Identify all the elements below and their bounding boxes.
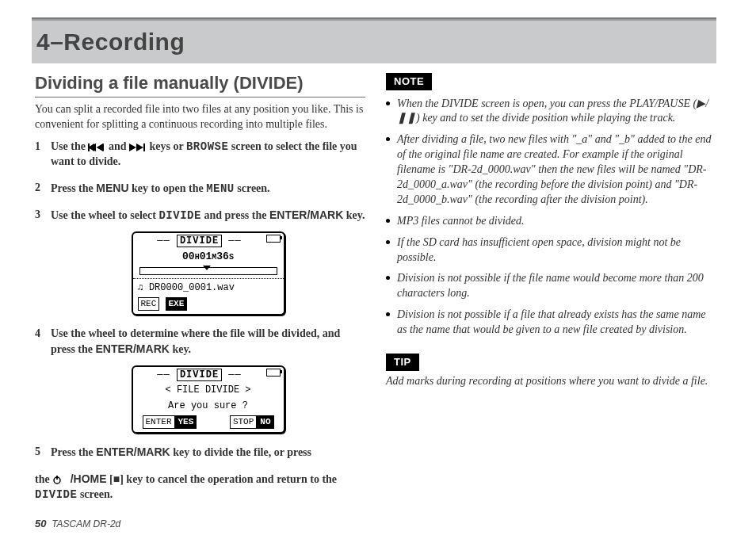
step-text: Press the — [51, 446, 96, 458]
section-title: Dividing a file manually (DIVIDE) — [35, 71, 365, 97]
note-item: MP3 files cannot be divided. — [386, 214, 716, 229]
step-text: Use the — [51, 140, 88, 152]
enter-yes: ENTERYES — [143, 415, 197, 429]
battery-icon — [266, 369, 281, 377]
skip-back-icon — [88, 143, 105, 151]
step-text: Press the — [51, 182, 96, 194]
lcd-line1: < FILE DIVIDE > — [133, 382, 284, 398]
manual-page: 4–Recording Dividing a file manually (DI… — [0, 0, 756, 539]
tip-label: TIP — [386, 354, 419, 371]
divide-label: DIVIDE — [158, 209, 200, 222]
step-text: keys or — [150, 140, 186, 152]
lcd-line2: Are you sure ? — [133, 398, 284, 414]
divide-screen-label: DIVIDE — [35, 488, 77, 501]
svg-rect-7 — [143, 143, 145, 151]
note-label: NOTE — [386, 73, 432, 90]
battery-icon — [266, 235, 281, 243]
note-block: NOTE When the DIVIDE screen is open, you… — [386, 71, 716, 352]
note-item: Division is not possible if a file that … — [386, 308, 716, 338]
note-list: When the DIVIDE screen is open, you can … — [386, 97, 716, 352]
step-text: and — [109, 140, 129, 152]
lcd-divide-position: ── DIVIDE ── 00H01M36S ♫ DR0000_0001.wav… — [132, 231, 285, 315]
step-text: key. — [172, 343, 191, 355]
step-2: Press the MENU key to open the MENU scre… — [51, 181, 365, 197]
model-name: TASCAM DR-2d — [52, 518, 120, 529]
lcd-title: ── DIVIDE ── — [133, 233, 284, 248]
svg-marker-6 — [136, 143, 143, 151]
chapter-title: 4–Recording — [32, 29, 185, 55]
home-key-label: /HOME — [71, 472, 107, 485]
note-item: When the DIVIDE screen is open, you can … — [386, 97, 716, 127]
steps-list: Use the and keys or BROWSE screen to sel… — [35, 140, 365, 460]
step-4: Use the wheel to determine where the fil… — [51, 327, 365, 434]
note-item: Division is not possible if the file nam… — [386, 271, 716, 301]
browse-screen-label: BROWSE — [186, 140, 228, 153]
lcd-time: 00H01M36S — [133, 248, 284, 266]
step-1: Use the and keys or BROWSE screen to sel… — [51, 140, 365, 170]
menu-screen-label: MENU — [206, 182, 235, 195]
cont-text: ] key to cancel the operation and return… — [120, 473, 337, 485]
chapter-band: 4–Recording — [32, 19, 716, 63]
stop-icon: ■ — [113, 473, 120, 485]
note-item: After dividing a file, two new files wit… — [386, 132, 716, 207]
rec-badge: REC — [138, 297, 160, 311]
lcd-confirm-divide: ── DIVIDE ── < FILE DIVIDE > Are you sur… — [132, 365, 285, 434]
svg-marker-3 — [89, 143, 96, 151]
page-number: 50 — [35, 518, 46, 529]
skip-fwd-icon — [129, 143, 147, 151]
step-5-continuation: the /HOME [■] key to cancel the operatio… — [35, 472, 365, 503]
step-text: Use the wheel to determine where the fil… — [51, 327, 340, 355]
enter-mark-key: ENTER/MARK — [96, 342, 170, 355]
step-text: and press the — [204, 209, 269, 221]
intro-paragraph: You can split a recorded file into two f… — [35, 102, 365, 132]
lcd-title: ── DIVIDE ── — [133, 367, 284, 382]
body-columns: Dividing a file manually (DIVIDE) You ca… — [35, 71, 716, 510]
lcd-prompt-row: ENTERYES STOPNO — [133, 414, 284, 432]
lcd-filename: ♫ DR0000_0001.wav — [133, 278, 284, 297]
stop-no: STOPNO — [230, 415, 274, 429]
power-icon — [52, 475, 62, 484]
step-text: Use the wheel to select — [51, 209, 158, 221]
step-text: key to open the — [132, 182, 206, 194]
step-5: Press the ENTER/MARK key to divide the f… — [51, 445, 365, 461]
step-text: screen. — [237, 182, 269, 194]
cont-text: the — [35, 473, 52, 485]
step-text: key. — [346, 209, 365, 221]
tip-body: Add marks during recording at positions … — [386, 374, 716, 389]
svg-marker-4 — [97, 143, 104, 151]
step-3: Use the wheel to select DIVIDE and press… — [51, 208, 365, 315]
enter-mark-key: ENTER/MARK — [96, 445, 170, 458]
step-text: key to divide the file, or press — [173, 446, 311, 458]
note-item: If the SD card has insufficient open spa… — [386, 235, 716, 266]
lcd-footer: REC EXE — [133, 297, 284, 314]
cont-text: screen. — [77, 488, 113, 500]
lcd-position-bar — [139, 267, 277, 275]
enter-mark-key: ENTER/MARK — [269, 208, 343, 221]
page-footer: 50 TASCAM DR-2d — [35, 518, 120, 529]
menu-key-label: MENU — [96, 182, 128, 194]
lcd-time-value: 00H01M36S — [182, 250, 234, 262]
exe-badge: EXE — [166, 297, 188, 311]
svg-marker-5 — [129, 143, 136, 151]
tip-block: TIP Add marks during recording at positi… — [386, 352, 716, 388]
